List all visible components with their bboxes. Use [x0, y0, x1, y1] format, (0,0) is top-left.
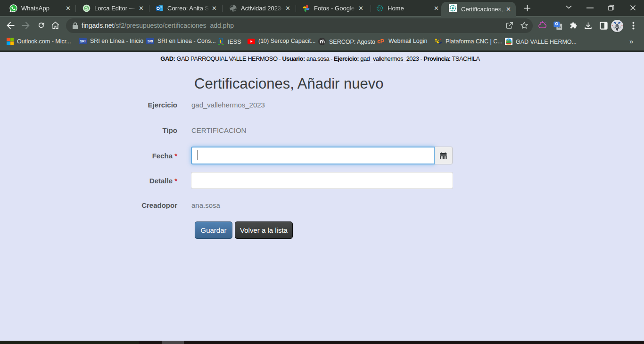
svg-text:SRI: SRI [80, 40, 86, 43]
svg-text:P: P [380, 38, 384, 44]
svg-text:SRI: SRI [148, 40, 153, 43]
svg-text:c: c [377, 38, 380, 44]
